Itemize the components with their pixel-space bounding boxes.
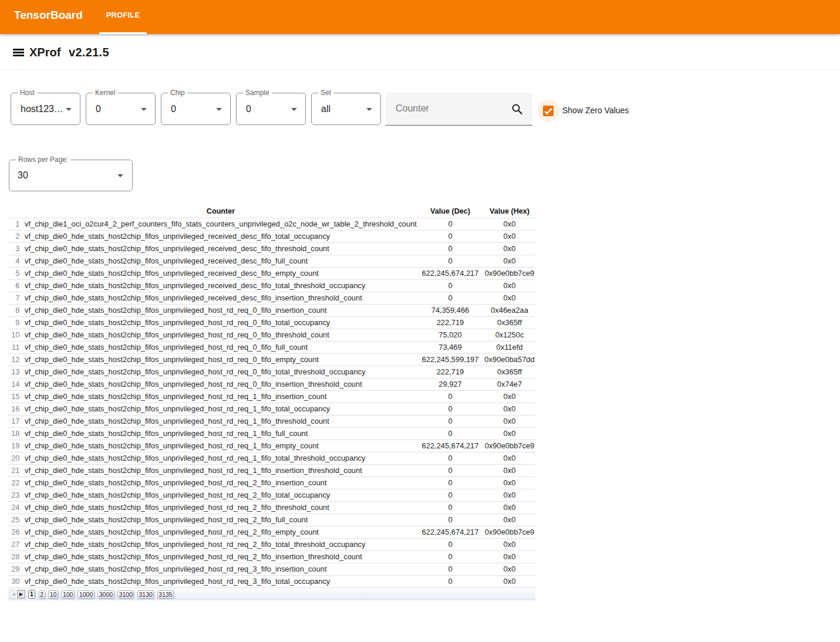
page-button-100[interactable]: 100	[61, 590, 75, 599]
table-row[interactable]: 20vf_chip_die0_hde_stats_host2chip_fifos…	[8, 452, 535, 464]
counter-cell: vf_chip_die0_hde_stats_host2chip_fifos_u…	[25, 526, 417, 538]
counter-header[interactable]: Counter	[25, 205, 417, 218]
table-row[interactable]: 30vf_chip_die0_hde_stats_host2chip_fifos…	[8, 575, 535, 587]
counter-cell: vf_chip_die0_hde_stats_host2chip_fifos_u…	[25, 292, 417, 304]
counter-search-input[interactable]	[396, 93, 510, 124]
counter-cell: vf_chip_die0_hde_stats_host2chip_fifos_u…	[25, 255, 417, 267]
row-number-cell: 18	[8, 427, 25, 440]
value-hex-cell: 0x0	[484, 255, 535, 267]
page-button-10[interactable]: 10	[48, 590, 58, 599]
value-dec-cell: 0	[417, 464, 484, 477]
prev-page-button[interactable]	[9, 590, 18, 599]
table-row[interactable]: 6vf_chip_die0_hde_stats_host2chip_fifos_…	[8, 279, 535, 292]
next-page-button[interactable]	[18, 590, 26, 599]
table-row[interactable]: 18vf_chip_die0_hde_stats_host2chip_fifos…	[8, 427, 535, 440]
value-dec-cell: 0	[417, 390, 484, 403]
table-row[interactable]: 24vf_chip_die0_hde_stats_host2chip_fifos…	[8, 501, 535, 513]
value-dec-cell: 222,719	[417, 366, 484, 378]
table-row[interactable]: 23vf_chip_die0_hde_stats_host2chip_fifos…	[8, 489, 535, 501]
table-row[interactable]: 9vf_chip_die0_hde_stats_host2chip_fifos_…	[8, 316, 535, 329]
page-button-1000[interactable]: 1000	[77, 590, 94, 599]
page-button-2[interactable]: 2	[39, 590, 45, 599]
chevron-down-icon	[291, 108, 297, 111]
table-row[interactable]: 4vf_chip_die0_hde_stats_host2chip_fifos_…	[8, 255, 535, 267]
rows-per-page-select[interactable]: Rows per Page: 30	[9, 160, 133, 191]
table-row[interactable]: 27vf_chip_die0_hde_stats_host2chip_fifos…	[8, 538, 535, 550]
page-button-1[interactable]: 1	[28, 590, 36, 599]
table-row[interactable]: 13vf_chip_die0_hde_stats_host2chip_fifos…	[8, 366, 535, 378]
counter-cell: vf_chip_die0_hde_stats_host2chip_fifos_u…	[25, 378, 417, 390]
table-row[interactable]: 1vf_chip_die1_oci_o2cur4_2_perf_counters…	[8, 218, 535, 230]
table-row[interactable]: 26vf_chip_die0_hde_stats_host2chip_fifos…	[8, 526, 535, 538]
page-button-3100[interactable]: 3100	[117, 590, 134, 599]
page-button-3130[interactable]: 3130	[137, 590, 154, 599]
counter-cell: vf_chip_die0_hde_stats_host2chip_fifos_u…	[25, 415, 417, 427]
table-row[interactable]: 8vf_chip_die0_hde_stats_host2chip_fifos_…	[8, 304, 535, 316]
counter-cell: vf_chip_die0_hde_stats_host2chip_fifos_u…	[25, 390, 417, 403]
sample-select-value: 0	[246, 93, 251, 124]
table-row[interactable]: 7vf_chip_die0_hde_stats_host2chip_fifos_…	[8, 292, 535, 304]
table-row[interactable]: 29vf_chip_die0_hde_stats_host2chip_fifos…	[8, 563, 535, 575]
counter-cell: vf_chip_die0_hde_stats_host2chip_fifos_u…	[25, 489, 417, 501]
next-arrow-icon	[19, 593, 23, 596]
counter-search-field[interactable]	[386, 93, 532, 126]
table-row[interactable]: 10vf_chip_die0_hde_stats_host2chip_fifos…	[8, 329, 535, 341]
value-dec-cell: 0	[417, 427, 484, 440]
table-row[interactable]: 5vf_chip_die0_hde_stats_host2chip_fifos_…	[8, 267, 535, 279]
counter-cell: vf_chip_die0_hde_stats_host2chip_fifos_u…	[25, 279, 417, 292]
table-row[interactable]: 16vf_chip_die0_hde_stats_host2chip_fifos…	[8, 403, 535, 415]
counters-table: Counter Value (Dec) Value (Hex) 1vf_chip…	[8, 205, 535, 588]
row-number-cell: 6	[8, 279, 25, 292]
sample-select[interactable]: Sample 0	[236, 93, 306, 125]
value-dec-header[interactable]: Value (Dec)	[417, 205, 484, 218]
value-dec-cell: 0	[417, 242, 484, 255]
table-row[interactable]: 11vf_chip_die0_hde_stats_host2chip_fifos…	[8, 341, 535, 353]
row-number-cell: 15	[8, 390, 25, 403]
value-hex-cell: 0x0	[484, 292, 535, 304]
page-button-3000[interactable]: 3000	[97, 590, 114, 599]
value-hex-cell: 0x0	[484, 513, 535, 526]
row-number-cell: 22	[8, 477, 25, 489]
row-number-cell: 4	[8, 255, 25, 267]
counters-table-container: Counter Value (Dec) Value (Hex) 1vf_chip…	[8, 205, 535, 588]
row-number-cell: 16	[8, 403, 25, 415]
value-dec-cell: 622,245,674,217	[417, 526, 484, 538]
page-buttons-group: 121010010003000310031303135	[25, 590, 174, 599]
table-row[interactable]: 14vf_chip_die0_hde_stats_host2chip_fifos…	[8, 378, 535, 390]
tab-profile[interactable]: PROFILE	[99, 0, 147, 34]
value-dec-cell: 0	[417, 403, 484, 415]
kernel-select[interactable]: Kernel 0	[86, 93, 156, 125]
value-hex-cell: 0x11efd	[484, 341, 535, 353]
table-row[interactable]: 12vf_chip_die0_hde_stats_host2chip_fifos…	[8, 353, 535, 366]
value-dec-cell: 0	[417, 575, 484, 587]
table-row[interactable]: 2vf_chip_die0_hde_stats_host2chip_fifos_…	[8, 230, 535, 242]
row-number-cell: 11	[8, 341, 25, 353]
value-dec-cell: 0	[417, 218, 484, 230]
table-row[interactable]: 3vf_chip_die0_hde_stats_host2chip_fifos_…	[8, 242, 535, 255]
set-select[interactable]: Set all	[311, 93, 381, 125]
value-hex-header[interactable]: Value (Hex)	[484, 205, 535, 218]
value-hex-cell: 0x46ea2aa	[484, 304, 535, 316]
table-row[interactable]: 15vf_chip_die0_hde_stats_host2chip_fifos…	[8, 390, 535, 403]
value-dec-cell: 622,245,599,197	[417, 353, 484, 366]
value-dec-cell: 0	[417, 415, 484, 427]
chevron-down-icon	[117, 174, 123, 177]
table-row[interactable]: 25vf_chip_die0_hde_stats_host2chip_fifos…	[8, 513, 535, 526]
row-number-cell: 30	[8, 575, 25, 587]
show-zero-values-label[interactable]: Show Zero Values	[562, 93, 629, 128]
app-header: TensorBoard PROFILE	[0, 0, 840, 34]
host-select[interactable]: Host host123…	[11, 93, 80, 125]
page-button-3135[interactable]: 3135	[157, 590, 174, 599]
table-row[interactable]: 19vf_chip_die0_hde_stats_host2chip_fifos…	[8, 440, 535, 452]
chevron-down-icon	[66, 108, 72, 111]
chip-select[interactable]: Chip 0	[161, 93, 231, 125]
show-zero-values-checkbox[interactable]	[543, 106, 554, 116]
table-row[interactable]: 22vf_chip_die0_hde_stats_host2chip_fifos…	[8, 477, 535, 489]
table-row[interactable]: 21vf_chip_die0_hde_stats_host2chip_fifos…	[8, 464, 535, 477]
value-hex-cell: 0x0	[484, 489, 535, 501]
counter-cell: vf_chip_die0_hde_stats_host2chip_fifos_u…	[25, 267, 417, 279]
table-row[interactable]: 28vf_chip_die0_hde_stats_host2chip_fifos…	[8, 550, 535, 563]
menu-icon[interactable]	[13, 49, 24, 56]
table-row[interactable]: 17vf_chip_die0_hde_stats_host2chip_fifos…	[8, 415, 535, 427]
row-number-cell: 3	[8, 242, 25, 255]
